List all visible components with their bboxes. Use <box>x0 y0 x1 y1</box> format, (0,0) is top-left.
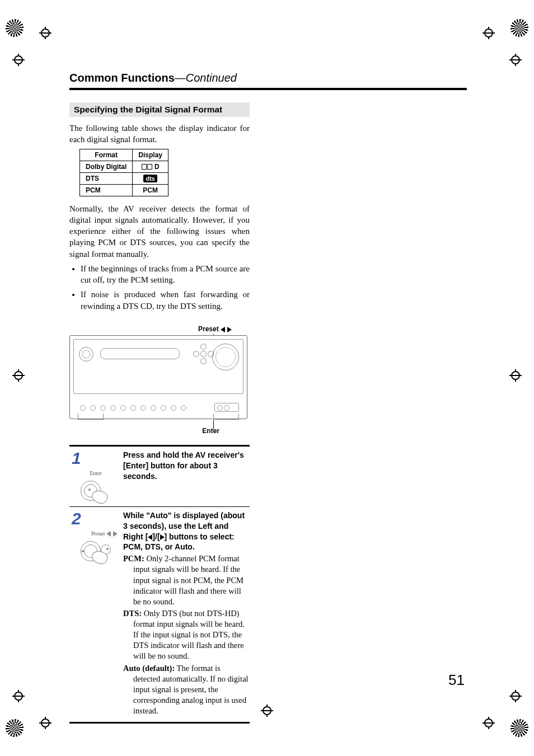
print-mark <box>508 717 531 739</box>
enter-callout-label: Enter <box>69 427 247 435</box>
step-2-icon-cell: 2 Preset <box>69 507 122 722</box>
enter-button-press-icon <box>81 477 111 503</box>
step-2-icon-caption: Preset <box>72 530 120 537</box>
section-intro: The following table shows the display in… <box>69 123 250 145</box>
steps-table: 1 Enter Press and hold the AV receiver's… <box>69 445 250 724</box>
page-number: 51 <box>448 672 465 689</box>
dts-icon: dts <box>143 175 157 182</box>
step-1-text: Press and hold the AV receiver's [Enter]… <box>122 447 250 506</box>
list-item: If the beginnings of tracks from a PCM s… <box>81 263 250 286</box>
display-window-icon <box>100 348 180 359</box>
display-cell-pcm: PCM <box>133 184 168 196</box>
crop-mark <box>12 690 25 702</box>
display-cell-dolby: D <box>133 161 168 172</box>
page-title: Common Functions—Continued <box>69 72 467 84</box>
option-pcm: PCM: Only 2-channel PCM format input sig… <box>123 553 249 607</box>
triangle-right-icon <box>227 327 232 332</box>
callout-line <box>213 420 214 429</box>
display-cell-dts: dts <box>133 172 168 184</box>
volume-knob-icon <box>212 344 239 370</box>
crop-mark <box>509 54 522 66</box>
page-title-continued: —Continued <box>175 72 237 84</box>
title-rule <box>69 88 467 90</box>
step-1-instruction: Press and hold the AV receiver's [Enter]… <box>123 450 249 482</box>
triangle-left-icon <box>221 327 225 332</box>
step-2-text: While "Auto" is displayed (about 3 secon… <box>122 507 250 722</box>
format-table-head-format: Format <box>80 149 133 161</box>
crop-mark <box>483 27 495 39</box>
page-content: Common Functions—Continued Specifying th… <box>69 72 467 724</box>
receiver-diagram: Preset Enter <box>69 325 247 435</box>
option-dts: DTS: Only DTS (but not DTS-HD) format in… <box>123 608 249 662</box>
print-mark <box>3 17 26 39</box>
navigation-pad-icon <box>193 344 213 364</box>
left-column: Specifying the Digital Signal Format The… <box>69 102 250 724</box>
step-1-row: 1 Enter Press and hold the AV receiver's… <box>69 447 250 506</box>
step-1-icon-cell: 1 Enter <box>69 447 122 506</box>
crop-mark <box>39 717 51 729</box>
print-mark <box>508 17 531 39</box>
format-cell: PCM <box>80 184 133 196</box>
crop-mark <box>39 27 51 39</box>
crop-mark <box>483 717 495 729</box>
crop-mark <box>509 369 522 382</box>
format-cell: DTS <box>80 172 133 184</box>
issues-list: If the beginnings of tracks from a PCM s… <box>69 263 250 312</box>
preset-buttons-press-icon <box>81 538 111 564</box>
print-mark <box>3 717 26 739</box>
format-table: Format Display Dolby Digital D DTS dts P… <box>79 149 168 196</box>
table-row: PCM PCM <box>80 184 168 196</box>
crop-mark <box>12 369 25 382</box>
step-2-row: 2 Preset While "Auto" is displayed (abou… <box>69 506 250 722</box>
preset-callout-label: Preset <box>69 325 247 333</box>
step-1-icon-caption: Enter <box>72 470 120 476</box>
table-row: DTS dts <box>80 172 168 184</box>
section-heading: Specifying the Digital Signal Format <box>69 102 250 117</box>
format-cell: Dolby Digital <box>80 161 133 172</box>
step-number: 2 <box>72 510 120 527</box>
table-row: Dolby Digital D <box>80 161 168 172</box>
format-table-head-display: Display <box>133 149 168 161</box>
list-item: If noise is produced when fast forwardin… <box>81 289 250 312</box>
page-title-main: Common Functions <box>69 72 175 84</box>
triangle-right-icon <box>160 534 165 540</box>
receiver-front-panel <box>69 335 247 419</box>
step-2-instruction: While "Auto" is displayed (about 3 secon… <box>123 510 249 553</box>
auto-detect-paragraph: Normally, the AV receiver detects the fo… <box>69 203 250 260</box>
selector-knob-icon <box>79 347 93 361</box>
step-number: 1 <box>72 450 120 467</box>
crop-mark <box>12 54 25 66</box>
receiver-feet <box>78 398 239 419</box>
crop-mark <box>509 690 522 702</box>
dolby-icon: D <box>142 163 160 171</box>
option-auto: Auto (default): The format is detected a… <box>123 663 249 717</box>
